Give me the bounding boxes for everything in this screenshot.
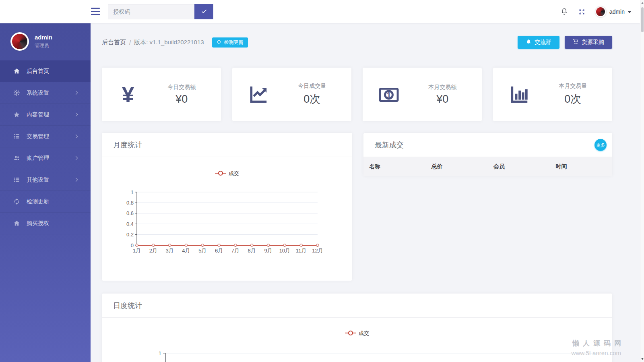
daily-stats-panel: 日度统计 成交1 <box>102 294 612 362</box>
user-menu[interactable]: admin <box>595 6 631 17</box>
x-tick-label: 10月 <box>279 248 290 254</box>
stat-card-1: 今日成交量0次 <box>232 68 351 121</box>
home-icon <box>13 220 20 227</box>
svg-text:1: 1 <box>387 91 391 99</box>
auth-code-box <box>108 4 213 19</box>
column-header: 时间 <box>550 163 613 170</box>
y-tick-label: 0.6 <box>126 210 134 216</box>
stat-cards-row: ¥今日交易额¥0今日成交量0次1本月交易额¥0本月交易量0次 <box>102 68 612 121</box>
sidebar-item-2[interactable]: 内容管理 <box>0 104 91 126</box>
monthly-stats-panel: 月度统计 成交00.20.40.60.811月2月3月4月5月6月7月8月9月1… <box>102 133 352 281</box>
stat-label: 本月交易量 <box>559 83 587 90</box>
purchase-source-button[interactable]: 货源采购 <box>565 36 612 49</box>
data-point <box>152 244 155 246</box>
column-header: 总价 <box>426 163 488 170</box>
user-name: admin <box>609 8 625 15</box>
auth-code-input[interactable] <box>108 4 194 19</box>
x-tick-label: 1月 <box>133 248 141 254</box>
fullscreen-icon[interactable] <box>578 7 586 16</box>
sidebar-item-0[interactable]: 后台首页 <box>0 60 91 82</box>
x-tick-label: 2月 <box>149 248 157 254</box>
sidebar-item-1[interactable]: 系统设置 <box>0 82 91 104</box>
list-icon <box>13 176 20 183</box>
gear-icon <box>13 89 20 96</box>
sidebar-item-label: 系统设置 <box>27 89 49 97</box>
latest-deals-table-header: 名称总价会员时间 <box>363 157 612 176</box>
star-icon <box>13 111 20 118</box>
stat-value: ¥0 <box>175 93 188 105</box>
bar-chart-icon <box>493 84 545 105</box>
x-tick-label: 4月 <box>182 248 190 254</box>
money-icon: 1 <box>378 84 400 105</box>
chevron-down-icon <box>628 11 631 13</box>
y-tick-label: 0.4 <box>126 221 134 227</box>
stat-value: ¥0 <box>436 93 448 105</box>
bar-icon <box>508 84 530 105</box>
home-icon <box>13 68 20 74</box>
legend-label: 成交 <box>229 170 239 176</box>
sidebar-nav: 后台首页系统设置内容管理交易管理账户管理其他设置检测更新购买授权 <box>0 60 91 234</box>
breadcrumb: 后台首页 / 版本: v1.1_build20221013 检测更新 <box>102 37 248 48</box>
panel-title: 日度统计 <box>102 294 612 318</box>
daily-chart: 成交1 <box>102 318 612 362</box>
check-update-button[interactable]: 检测更新 <box>212 37 248 48</box>
data-point <box>283 244 286 246</box>
main-content: 后台首页 / 版本: v1.1_build20221013 检测更新 交流群 货… <box>91 23 640 362</box>
panel-title: 最新成交 更多 <box>363 133 612 157</box>
breadcrumb-separator: / <box>129 39 131 46</box>
sidebar-item-4[interactable]: 账户管理 <box>0 147 91 169</box>
sidebar: admin 管理员 后台首页系统设置内容管理交易管理账户管理其他设置检测更新购买… <box>0 23 91 362</box>
cart-icon <box>573 39 579 46</box>
data-point <box>300 244 302 246</box>
sidebar-user-role: 管理员 <box>35 42 52 49</box>
x-tick-label: 11月 <box>296 248 307 254</box>
data-point <box>201 244 204 246</box>
trend-chart-icon <box>232 84 285 105</box>
sidebar-item-5[interactable]: 其他设置 <box>0 169 91 191</box>
breadcrumb-home-link[interactable]: 后台首页 <box>102 39 126 46</box>
yen-icon: ¥ <box>102 83 154 106</box>
chevron-right-icon <box>74 156 78 160</box>
data-point <box>218 244 220 246</box>
chevron-right-icon <box>74 113 78 117</box>
notifications-bell-icon[interactable] <box>560 7 569 16</box>
x-tick-label: 8月 <box>248 248 256 254</box>
sidebar-item-label: 交易管理 <box>27 133 49 140</box>
scrollbar-thumb[interactable] <box>641 7 644 32</box>
sidebar-item-7[interactable]: 购买授权 <box>0 213 91 234</box>
sidebar-user-panel: admin 管理员 <box>0 23 91 60</box>
sidebar-item-3[interactable]: 交易管理 <box>0 126 91 147</box>
version-text: 版本: v1.1_build20221013 <box>134 39 204 46</box>
column-header: 会员 <box>488 163 550 170</box>
sidebar-item-6[interactable]: 检测更新 <box>0 191 91 213</box>
scroll-down-arrow-icon[interactable] <box>641 358 644 360</box>
chat-group-button[interactable]: 交流群 <box>518 36 559 49</box>
sidebar-item-label: 检测更新 <box>27 198 49 205</box>
panel-title: 月度统计 <box>102 133 352 157</box>
y-tick-label: 1 <box>131 189 134 195</box>
scrollbar[interactable] <box>640 0 644 362</box>
yen-icon: ¥ <box>122 83 134 106</box>
gear-icon <box>13 89 20 96</box>
sidebar-item-label: 账户管理 <box>27 155 49 162</box>
home-icon <box>13 68 20 74</box>
star-icon <box>13 111 20 118</box>
bell-icon <box>526 39 532 46</box>
menu-toggle-icon[interactable] <box>91 8 100 15</box>
latest-deals-panel: 最新成交 更多 名称总价会员时间 <box>363 133 612 176</box>
sidebar-item-label: 其他设置 <box>27 176 49 184</box>
column-header: 名称 <box>363 163 426 170</box>
check-icon <box>201 8 207 16</box>
stat-card-0: ¥今日交易额¥0 <box>102 68 221 121</box>
home-icon <box>13 220 20 227</box>
sidebar-user-name: admin <box>35 34 52 41</box>
stat-label: 今日成交量 <box>298 83 326 90</box>
data-point <box>234 244 237 246</box>
scroll-up-arrow-icon[interactable] <box>641 2 644 4</box>
trend-icon <box>248 84 269 105</box>
stat-value: 0次 <box>303 92 320 106</box>
auth-submit-button[interactable] <box>194 4 213 19</box>
stat-value: 0次 <box>564 92 581 106</box>
more-button[interactable]: 更多 <box>594 139 607 151</box>
data-point <box>316 244 319 246</box>
